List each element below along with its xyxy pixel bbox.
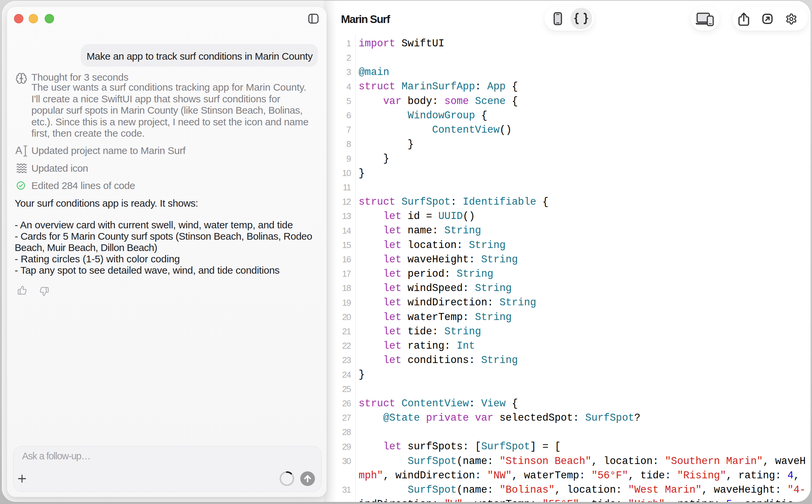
svg-text:A: A [15, 145, 22, 156]
